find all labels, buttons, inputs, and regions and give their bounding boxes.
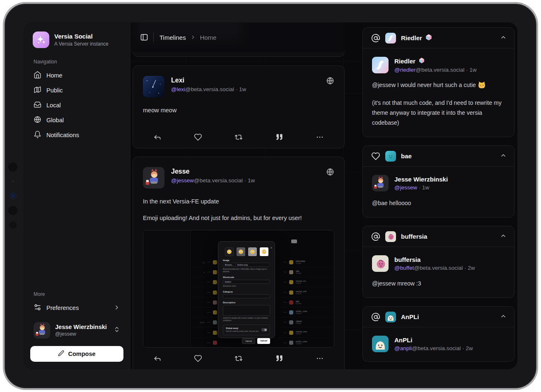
collapse-chevron-icon[interactable] xyxy=(500,313,507,321)
collapse-chevron-icon[interactable] xyxy=(500,232,507,241)
post-image-attachment[interactable]: ngblobcatlapGlobal etataGlobal neocat_cr… xyxy=(143,230,334,348)
notification-user-name[interactable]: buffersia xyxy=(394,256,420,263)
global-emoji-hint: Can be used by every user, not just you xyxy=(226,330,258,333)
notification-user-handle[interactable]: @riedler@beta.versia.social · 1w xyxy=(394,67,477,73)
quote-button[interactable] xyxy=(259,354,299,363)
like-button[interactable] xyxy=(178,354,218,363)
more-options-button[interactable] xyxy=(299,354,340,363)
post-author-handle[interactable]: @jessew@beta.versia.social · 1w xyxy=(171,177,255,184)
sidebar-item-home[interactable]: Home xyxy=(30,68,123,83)
avatar[interactable] xyxy=(143,76,164,97)
notification-user-name[interactable]: Jesse Wierzbinski xyxy=(394,176,448,183)
avatar[interactable] xyxy=(372,336,389,352)
notification-header[interactable]: AnPLi xyxy=(363,307,514,327)
post-content: In the next Versia-FE update Emoji uploa… xyxy=(133,189,344,223)
app-window: Versia Social A Versia Server instance N… xyxy=(24,22,517,369)
upload-button: Upload xyxy=(257,338,270,344)
notification-user-handle[interactable]: @buffet@beta.versia.social · 2w xyxy=(394,265,475,271)
file-input: Browse...bottom.png xyxy=(223,263,270,267)
notification-user-name[interactable]: Riedler xyxy=(394,58,415,65)
image-label: Image xyxy=(223,259,270,261)
reply-button[interactable] xyxy=(137,354,178,363)
notification-title: buffersia xyxy=(401,233,427,240)
pencil-icon xyxy=(58,350,64,358)
sidebar-item-global[interactable]: Global xyxy=(30,113,123,128)
home-icon xyxy=(34,71,41,80)
nav-section-label: Navigation xyxy=(34,59,123,65)
description-hint: Useful for people with screen readers, o… xyxy=(223,317,270,322)
notification-user-name[interactable]: AnPLi xyxy=(394,336,412,344)
notification-card-buffersia: buffersia buffersia @buffet@beta.versia.… xyxy=(362,226,514,298)
boost-button[interactable] xyxy=(218,354,259,363)
preferences-label: Preferences xyxy=(46,305,79,311)
avatar xyxy=(34,322,50,339)
sidebar-item-label: Public xyxy=(46,87,63,94)
timeline-column: Timelines Home Lexi @lexi@beta.versia.so… xyxy=(130,22,362,369)
visibility-globe-icon xyxy=(326,168,334,178)
notification-user-handle[interactable]: @jessew · 1w xyxy=(394,184,448,191)
global-emoji-row: Global emojiCan be used by every user, n… xyxy=(223,324,270,335)
reply-button[interactable] xyxy=(137,133,178,141)
sidebar-item-public[interactable]: Public xyxy=(30,83,123,98)
avatar xyxy=(385,33,396,44)
avatar[interactable] xyxy=(372,255,389,272)
quote-button[interactable] xyxy=(259,133,299,141)
avatar[interactable]: ~ xyxy=(143,167,164,189)
notification-title: AnPLi xyxy=(401,313,419,320)
notification-header[interactable]: Riedler xyxy=(363,28,514,48)
notification-header[interactable]: buffersia xyxy=(363,226,514,247)
avatar xyxy=(385,312,396,322)
collapse-chevron-icon[interactable] xyxy=(500,152,507,160)
sidebar-toggle-button[interactable] xyxy=(140,33,148,41)
app-logo-icon xyxy=(33,31,49,48)
global-emoji-toggle xyxy=(261,328,267,332)
chevron-right-icon xyxy=(114,304,120,312)
notification-content: @bae helloooo xyxy=(372,198,505,208)
compose-button[interactable]: Compose xyxy=(30,346,123,362)
image-hint: Recommended size: 128x128px. Every image… xyxy=(223,268,270,273)
post-author-handle[interactable]: @lexi@beta.versia.social · 1w xyxy=(171,86,246,92)
notification-card-anpli: AnPLi AnPLi @anpli@beta.versia.social · … xyxy=(362,306,514,362)
like-button[interactable] xyxy=(178,133,218,141)
page: Versia Social A Versia Server instance N… xyxy=(0,0,541,392)
timeline-header: Timelines Home xyxy=(130,22,362,52)
description-label: Description xyxy=(223,301,270,304)
account-switcher[interactable]: Jesse Wierzbinski @jessew xyxy=(31,322,123,339)
notification-title: Riedler xyxy=(401,34,422,41)
avatar[interactable] xyxy=(372,57,389,73)
mention-at-icon xyxy=(371,232,380,241)
avatar xyxy=(385,151,396,162)
boost-button[interactable] xyxy=(218,133,259,141)
heart-icon xyxy=(371,152,380,161)
emoji-previews xyxy=(223,247,270,256)
camera-lens xyxy=(9,221,17,229)
shortcode-hint: Should be short. xyxy=(223,285,270,288)
riedler-cube-emoji xyxy=(425,34,432,42)
notification-content: @jessew I would never hurt such a cutie … xyxy=(372,80,505,128)
more-options-button[interactable] xyxy=(299,133,340,141)
sidebar-item-local[interactable]: Local xyxy=(30,98,123,113)
post-card: ~ Jesse @jessew@beta.versia.social · 1w … xyxy=(133,157,345,369)
notification-header[interactable]: bae xyxy=(363,146,514,167)
breadcrumb-timelines[interactable]: Timelines xyxy=(159,34,186,41)
riedler-cube-emoji xyxy=(418,57,425,65)
sidebar-item-label: Global xyxy=(46,117,64,123)
sidebar-item-label: Notifications xyxy=(46,132,79,138)
sidebar: Versia Social A Versia Server instance N… xyxy=(24,22,130,369)
post-author-name[interactable]: Lexi xyxy=(171,77,246,84)
sidebar-item-notifications[interactable]: Notifications xyxy=(30,128,123,143)
app-brand[interactable]: Versia Social A Versia Server instance xyxy=(30,31,123,48)
breadcrumb-home: Home xyxy=(200,34,217,41)
notification-user-handle[interactable]: @anpli@beta.versia.social · 2w xyxy=(394,345,473,351)
avatar[interactable] xyxy=(372,175,389,191)
sliders-icon xyxy=(34,303,41,312)
globe-icon xyxy=(34,116,41,125)
chevrons-up-down-icon xyxy=(114,326,120,334)
collapse-chevron-icon[interactable] xyxy=(500,34,507,42)
camera-lens xyxy=(8,162,17,172)
sidebar-item-label: Home xyxy=(46,72,63,79)
inbox-icon xyxy=(34,101,41,110)
sidebar-item-preferences[interactable]: Preferences xyxy=(30,300,123,315)
mention-at-icon xyxy=(371,312,380,322)
post-author-name[interactable]: Jesse xyxy=(171,168,255,175)
